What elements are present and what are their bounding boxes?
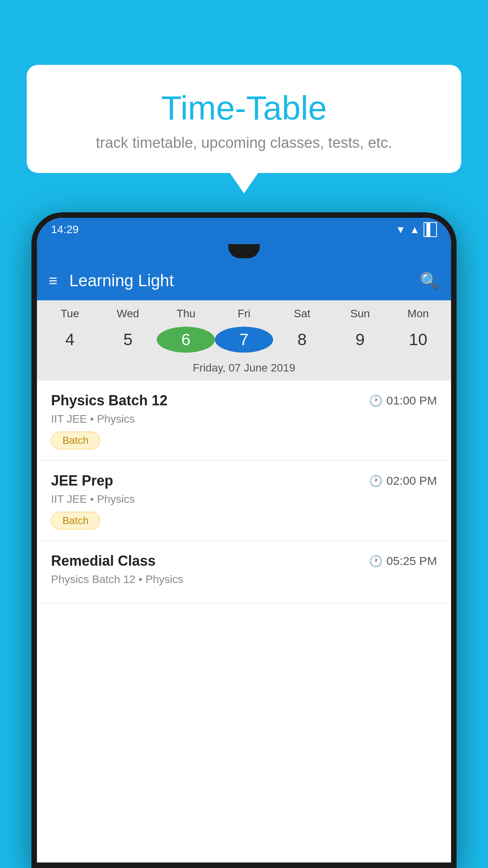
day-header: Sun <box>331 307 389 324</box>
item-subtitle: IIT JEE • Physics <box>51 413 437 425</box>
day-number[interactable]: 5 <box>99 326 157 353</box>
item-title: Remedial Class <box>51 553 156 569</box>
day-number[interactable]: 6 <box>157 327 215 353</box>
schedule-item[interactable]: Remedial Class🕐05:25 PMPhysics Batch 12 … <box>37 541 451 603</box>
day-header: Mon <box>389 307 447 324</box>
day-num-wrapper[interactable]: 5 <box>99 326 157 353</box>
day-number[interactable]: 4 <box>41 326 99 353</box>
wifi-icon: ▼ <box>396 224 406 236</box>
signal-icon: ▲ <box>409 224 420 236</box>
item-title: JEE Prep <box>51 473 113 489</box>
time-text: 05:25 PM <box>387 554 437 568</box>
item-time: 🕐05:25 PM <box>369 554 437 568</box>
hamburger-icon[interactable]: ≡ <box>49 272 57 289</box>
search-icon[interactable]: 🔍 <box>420 272 439 290</box>
bubble-title: Time-Table <box>46 88 442 127</box>
day-header: Sat <box>273 307 331 324</box>
status-bar: 14:29 ▼ ▲ ▌ <box>37 218 451 241</box>
day-number[interactable]: 8 <box>273 326 331 353</box>
app-bar: ≡ Learning Light 🔍 <box>37 261 451 300</box>
selected-date-label: Friday, 07 June 2019 <box>37 358 451 381</box>
day-num-wrapper[interactable]: 6 <box>157 327 215 353</box>
bubble-subtitle: track timetable, upcoming classes, tests… <box>46 134 442 151</box>
batch-badge: Batch <box>51 512 100 530</box>
day-num-wrapper[interactable]: 7 <box>215 327 273 353</box>
day-headers: TueWedThuFriSatSunMon <box>37 307 451 324</box>
item-title: Physics Batch 12 <box>51 392 167 409</box>
notch <box>228 244 260 258</box>
time-text: 02:00 PM <box>387 474 437 487</box>
day-header: Wed <box>99 307 157 324</box>
day-number[interactable]: 7 <box>215 327 273 353</box>
time-text: 01:00 PM <box>387 394 437 407</box>
day-number[interactable]: 9 <box>331 326 389 353</box>
day-num-wrapper[interactable]: 4 <box>41 326 99 353</box>
schedule-item[interactable]: JEE Prep🕐02:00 PMIIT JEE • PhysicsBatch <box>37 461 451 541</box>
clock-icon: 🕐 <box>369 474 383 487</box>
day-numbers: 45678910 <box>37 324 451 358</box>
battery-icon: ▌ <box>424 222 437 237</box>
notch-row <box>37 241 451 261</box>
schedule-item[interactable]: Physics Batch 12🕐01:00 PMIIT JEE • Physi… <box>37 381 451 461</box>
item-subtitle: IIT JEE • Physics <box>51 493 437 506</box>
day-num-wrapper[interactable]: 9 <box>331 326 389 353</box>
speech-bubble: Time-Table track timetable, upcoming cla… <box>27 65 461 173</box>
phone-frame: 14:29 ▼ ▲ ▌ ≡ Learning Light 🔍 TueWedThu… <box>31 212 457 868</box>
clock-icon: 🕐 <box>369 555 383 568</box>
day-num-wrapper[interactable]: 10 <box>389 326 447 353</box>
status-icons: ▼ ▲ ▌ <box>396 222 437 237</box>
item-subtitle: Physics Batch 12 • Physics <box>51 573 437 586</box>
batch-badge: Batch <box>51 432 100 449</box>
day-number[interactable]: 10 <box>389 326 447 353</box>
day-header: Tue <box>41 307 99 324</box>
schedule-list: Physics Batch 12🕐01:00 PMIIT JEE • Physi… <box>37 381 451 862</box>
app-title: Learning Light <box>69 271 420 290</box>
item-time: 🕐02:00 PM <box>369 474 437 487</box>
status-time: 14:29 <box>51 223 396 236</box>
item-time: 🕐01:00 PM <box>369 394 437 407</box>
day-header: Thu <box>157 307 215 324</box>
calendar-section: TueWedThuFriSatSunMon 45678910 Friday, 0… <box>37 300 451 381</box>
phone-screen: 14:29 ▼ ▲ ▌ ≡ Learning Light 🔍 TueWedThu… <box>37 218 451 862</box>
day-header: Fri <box>215 307 273 324</box>
day-num-wrapper[interactable]: 8 <box>273 326 331 353</box>
clock-icon: 🕐 <box>369 394 383 407</box>
